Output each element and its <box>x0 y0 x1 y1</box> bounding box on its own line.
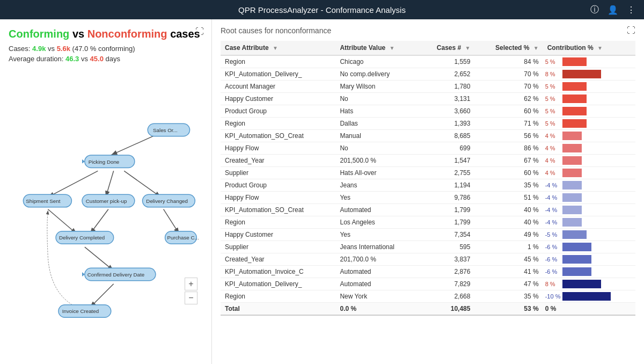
svg-line-6 <box>90 209 108 234</box>
contribution-label: -4 % <box>545 194 560 201</box>
cases-line: Cases: 4.9k vs 5.6k (47.0 % conforming) <box>9 45 203 53</box>
cell-cases: 3,837 <box>419 253 475 266</box>
root-causes-table: Case Attribute ▼ Attribute Value ▼ Cases… <box>221 41 635 316</box>
user-icon[interactable]: 👤 <box>608 5 618 15</box>
process-diagram: Sales Or... Picking Done Shipment Sent C… <box>9 68 203 337</box>
col-cases[interactable]: Cases # ▼ <box>419 41 475 55</box>
contribution-label: 5 % <box>545 83 560 90</box>
cell-contribution: 0 % <box>543 303 635 316</box>
expand-right-button[interactable]: ⛶ <box>627 26 635 35</box>
svg-line-8 <box>85 247 114 271</box>
contribution-label: -4 % <box>545 207 560 213</box>
cell-attr-value: New York <box>335 290 419 303</box>
contribution-bar <box>562 70 601 78</box>
contribution-label: 5 % <box>545 59 560 65</box>
cell-contribution: 5 % <box>543 93 635 105</box>
cell-attr-value: Hats <box>335 105 419 118</box>
svg-line-2 <box>48 171 98 197</box>
zoom-in-button[interactable]: + <box>185 278 197 290</box>
cell-contribution: 4 % <box>543 142 635 155</box>
zoom-out-button[interactable]: − <box>185 292 197 304</box>
cell-cases: 2,755 <box>419 167 475 179</box>
cell-cases: 2,652 <box>419 68 475 81</box>
contribution-label: 4 % <box>545 170 560 176</box>
col-case-attr[interactable]: Case Attribute ▼ <box>221 41 335 55</box>
cell-selected-pct: 62 % <box>474 93 543 105</box>
contribution-bar <box>562 267 591 276</box>
svg-marker-14 <box>82 159 85 164</box>
conforming-title: Conforming vs Nonconforming cases <box>9 28 203 40</box>
contribution-bar <box>562 206 582 214</box>
help-icon[interactable]: ⓘ <box>590 4 599 16</box>
cell-case-attr: Region <box>221 290 335 303</box>
table-row: RegionLos Angeles1,79940 %-4 % <box>221 216 635 229</box>
cell-attr-value: Dallas <box>335 118 419 130</box>
col-contribution[interactable]: Contribution % ▼ <box>543 41 635 55</box>
right-panel: Root causes for nonconformance ⛶ Case At… <box>212 19 644 364</box>
cell-selected-pct: 60 % <box>474 105 543 118</box>
left-panel: Conforming vs Nonconforming cases Cases:… <box>0 19 212 364</box>
contribution-bar <box>562 243 591 251</box>
table-row: SupplierHats All-over2,75560 %4 % <box>221 167 635 179</box>
contribution-bar <box>562 255 591 264</box>
cell-selected-pct: 84 % <box>474 55 543 68</box>
col-attr-value[interactable]: Attribute Value ▼ <box>335 41 419 55</box>
cell-case-attr: Account Manager <box>221 81 335 93</box>
cell-contribution: -4 % <box>543 192 635 204</box>
avg-nonconforming-val: 45.0 <box>90 55 104 63</box>
contribution-bar <box>562 181 582 190</box>
svg-text:Picking Done: Picking Done <box>89 159 120 165</box>
app-title: QPR ProcessAnalyzer - Conformance Analys… <box>238 5 406 14</box>
cases-conforming-val: 4.9k <box>32 45 46 53</box>
cell-contribution: 8 % <box>543 68 635 81</box>
contribution-bar <box>562 218 582 227</box>
cell-case-attr: Total <box>221 303 335 316</box>
table-header-row: Case Attribute ▼ Attribute Value ▼ Cases… <box>221 41 635 55</box>
cell-case-attr: KPI_Automation_Invoice_C <box>221 266 335 278</box>
panel-title: Root causes for nonconformance <box>221 26 331 35</box>
process-flow-svg: Sales Or... Picking Done Shipment Sent C… <box>9 68 203 337</box>
root-causes-table-container[interactable]: Case Attribute ▼ Attribute Value ▼ Cases… <box>221 41 635 358</box>
more-icon[interactable]: ⋮ <box>627 5 635 15</box>
cell-cases: 9,786 <box>419 192 475 204</box>
contribution-bar <box>562 132 582 140</box>
table-row: Product GroupJeans1,19435 %-4 % <box>221 179 635 192</box>
cell-selected-pct: 71 % <box>474 118 543 130</box>
cell-attr-value: Jeans <box>335 179 419 192</box>
cell-attr-value: No <box>335 93 419 105</box>
contribution-label: -6 % <box>545 268 560 275</box>
contribution-label: 4 % <box>545 133 560 139</box>
table-row: KPI_Automation_Invoice_CAutomated2,87641… <box>221 266 635 278</box>
cases-label: Cases: <box>9 45 32 53</box>
col-selected-pct[interactable]: Selected % ▼ <box>474 41 543 55</box>
cell-selected-pct: 56 % <box>474 130 543 142</box>
svg-text:Confirmed Delivery Date: Confirmed Delivery Date <box>87 272 144 278</box>
cell-cases: 595 <box>419 241 475 253</box>
cell-contribution: -6 % <box>543 241 635 253</box>
expand-left-button[interactable]: ⛶ <box>195 27 204 37</box>
svg-marker-27 <box>82 272 85 276</box>
cell-contribution: 4 % <box>543 167 635 179</box>
cell-contribution: -6 % <box>543 266 635 278</box>
cell-attr-value: Yes <box>335 192 419 204</box>
table-row: Happy FlowYes9,78651 %-4 % <box>221 192 635 204</box>
cell-case-attr: Region <box>221 216 335 229</box>
cell-attr-value: 201,500.0 % <box>335 155 419 167</box>
cell-case-attr: Region <box>221 55 335 68</box>
cell-case-attr: Created_Year <box>221 253 335 266</box>
cell-case-attr: Happy Customer <box>221 229 335 241</box>
cell-contribution: 4 % <box>543 130 635 142</box>
contribution-label: 5 % <box>545 120 560 127</box>
cell-attr-value: Mary Wilson <box>335 81 419 93</box>
cell-cases: 1,194 <box>419 179 475 192</box>
contribution-label: 5 % <box>545 108 560 114</box>
cell-case-attr: KPI_Automation_SO_Creat <box>221 130 335 142</box>
cell-case-attr: Product Group <box>221 179 335 192</box>
contribution-label: 5 % <box>545 96 560 102</box>
cell-case-attr: Supplier <box>221 167 335 179</box>
contribution-bar <box>562 292 611 301</box>
cell-contribution: -5 % <box>543 229 635 241</box>
contribution-label: 8 % <box>545 281 560 287</box>
contribution-label: -10 % <box>545 293 561 300</box>
avg-label: Average duration: <box>9 55 65 63</box>
